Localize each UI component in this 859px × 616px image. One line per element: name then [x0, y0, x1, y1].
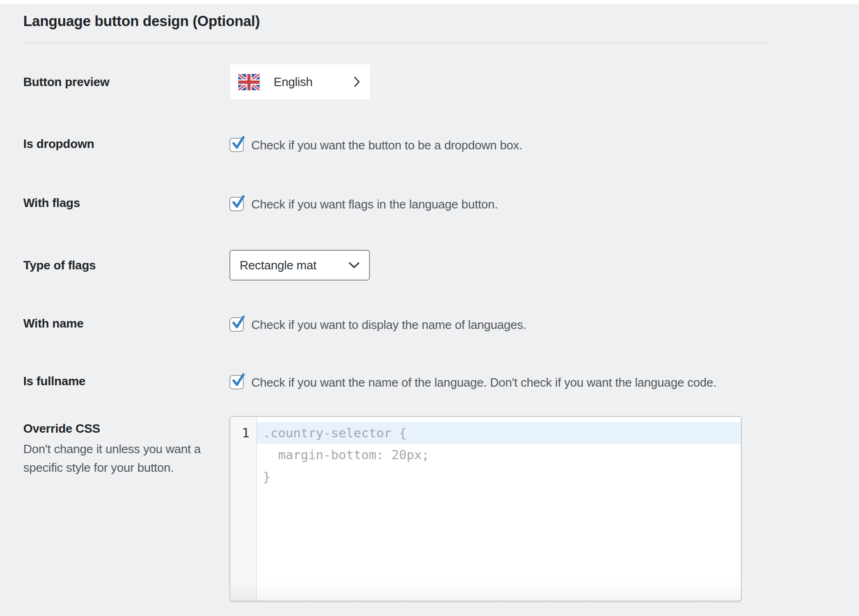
chevron-down-icon — [349, 262, 360, 268]
code-line-3: } — [257, 466, 741, 488]
with-name-description: Check if you want to display the name of… — [251, 315, 526, 335]
language-button-design-section: Language button design (Optional) Button… — [0, 13, 859, 602]
editor-code-area: .country-selector { margin-bottom: 20px;… — [257, 417, 741, 601]
with-flags-description: Check if you want flags in the language … — [251, 194, 498, 214]
row-button-preview: Button preview English — [23, 64, 836, 100]
uk-flag-icon — [238, 74, 260, 90]
type-of-flags-select[interactable]: Rectangle mat — [229, 250, 370, 281]
override-css-help: Don't change it unless you want a specif… — [23, 440, 201, 477]
with-name-label: With name — [23, 316, 229, 331]
override-css-label-block: Override CSS Don't change it unless you … — [23, 416, 229, 477]
type-of-flags-control: Rectangle mat — [229, 250, 836, 281]
row-is-dropdown: Is dropdown Check if you want the button… — [23, 137, 836, 155]
editor-line-number: 1 — [242, 426, 249, 440]
with-flags-label: With flags — [23, 196, 229, 210]
code-line-2: margin-bottom: 20px; — [257, 444, 741, 466]
type-of-flags-label: Type of flags — [23, 258, 229, 273]
row-override-css: Override CSS Don't change it unless you … — [23, 416, 836, 602]
editor-gutter: 1 — [230, 417, 257, 601]
is-fullname-checkbox[interactable] — [229, 375, 244, 389]
row-type-of-flags: Type of flags Rectangle mat — [23, 250, 836, 281]
css-code-editor[interactable]: 1 .country-selector { margin-bottom: 20p… — [229, 416, 742, 602]
language-preview-button[interactable]: English — [229, 64, 371, 100]
with-flags-control: Check if you want flags in the language … — [229, 196, 836, 214]
override-css-control: 1 .country-selector { margin-bottom: 20p… — [229, 416, 836, 602]
language-button-label: English — [274, 75, 313, 89]
is-fullname-control: Check if you want the name of the langua… — [229, 374, 836, 392]
is-dropdown-description: Check if you want the button to be a dro… — [251, 135, 523, 155]
is-dropdown-label: Is dropdown — [23, 137, 229, 151]
is-dropdown-control: Check if you want the button to be a dro… — [229, 137, 836, 155]
check-icon — [231, 194, 245, 209]
button-preview-control: English — [229, 64, 836, 100]
with-name-checkbox[interactable] — [229, 317, 244, 332]
section-divider — [23, 42, 768, 43]
override-css-label: Override CSS — [23, 422, 206, 436]
row-with-name: With name Check if you want to display t… — [23, 316, 836, 335]
row-with-flags: With flags Check if you want flags in th… — [23, 196, 836, 214]
button-preview-label: Button preview — [23, 75, 229, 89]
row-is-fullname: Is fullname Check if you want the name o… — [23, 374, 836, 392]
code-line-1: .country-selector { — [257, 422, 741, 444]
with-flags-checkbox[interactable] — [229, 197, 244, 211]
section-title: Language button design (Optional) — [23, 13, 836, 30]
type-of-flags-selected-value: Rectangle mat — [240, 258, 316, 273]
check-icon — [231, 135, 245, 150]
is-fullname-label: Is fullname — [23, 374, 229, 388]
check-icon — [231, 315, 245, 330]
top-white-strip — [0, 0, 859, 4]
is-fullname-description: Check if you want the name of the langua… — [251, 373, 717, 392]
check-icon — [231, 373, 245, 388]
chevron-right-icon — [354, 76, 360, 87]
is-dropdown-checkbox[interactable] — [229, 138, 244, 152]
with-name-control: Check if you want to display the name of… — [229, 316, 836, 335]
